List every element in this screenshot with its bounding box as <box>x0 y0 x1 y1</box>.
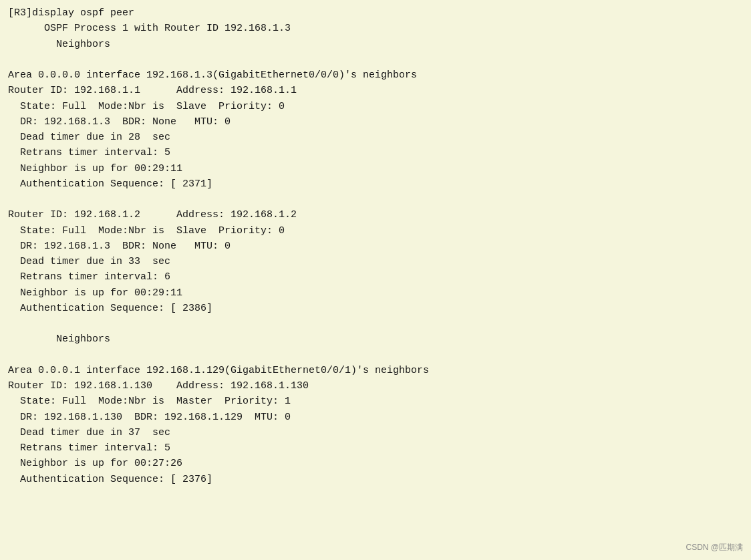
router1-auth-line: Authentication Sequence: [ 2371] <box>8 176 743 192</box>
process-line: OSPF Process 1 with Router ID 192.168.1.… <box>8 21 743 36</box>
router2-upfor-line: Neighbor is up for 00:29:11 <box>8 285 743 301</box>
empty-line-4 <box>8 347 743 363</box>
command-line: [R3]display ospf peer <box>8 5 743 21</box>
router2-retrans-line: Retrans timer interval: 6 <box>8 269 743 285</box>
router3-dead-line: Dead timer due in 37 sec <box>8 425 743 440</box>
area1-header: Area 0.0.0.0 interface 192.168.1.3(Gigab… <box>8 67 743 83</box>
router3-auth-line: Authentication Sequence: [ 2376] <box>8 472 743 487</box>
watermark: CSDN @匹期满 <box>686 542 743 553</box>
area2-header: Area 0.0.0.1 interface 192.168.1.129(Gig… <box>8 363 743 378</box>
neighbors-heading-2: Neighbors <box>8 331 743 347</box>
router3-dr-line: DR: 192.168.1.130 BDR: 192.168.1.129 MTU… <box>8 410 743 425</box>
router2-id-line: Router ID: 192.168.1.2 Address: 192.168.… <box>8 207 743 223</box>
router2-auth-line: Authentication Sequence: [ 2386] <box>8 301 743 316</box>
router2-state-line: State: Full Mode:Nbr is Slave Priority: … <box>8 223 743 239</box>
router3-id-line: Router ID: 192.168.1.130 Address: 192.16… <box>8 378 743 394</box>
neighbors-heading-1: Neighbors <box>8 37 743 52</box>
router3-upfor-line: Neighbor is up for 00:27:26 <box>8 456 743 471</box>
router3-state-line: State: Full Mode:Nbr is Master Priority:… <box>8 394 743 409</box>
router1-dead-line: Dead timer due in 28 sec <box>8 130 743 145</box>
router3-retrans-line: Retrans timer interval: 5 <box>8 440 743 456</box>
router1-dr-line: DR: 192.168.1.3 BDR: None MTU: 0 <box>8 114 743 130</box>
router1-upfor-line: Neighbor is up for 00:29:11 <box>8 161 743 176</box>
router2-dr-line: DR: 192.168.1.3 BDR: None MTU: 0 <box>8 239 743 254</box>
empty-line-2 <box>8 192 743 207</box>
empty-line-1 <box>8 52 743 67</box>
terminal-window: [R3]display ospf peer OSPF Process 1 wit… <box>0 0 751 560</box>
router1-id-line: Router ID: 192.168.1.1 Address: 192.168.… <box>8 83 743 98</box>
empty-line-3 <box>8 316 743 331</box>
router1-state-line: State: Full Mode:Nbr is Slave Priority: … <box>8 99 743 114</box>
router2-dead-line: Dead timer due in 33 sec <box>8 254 743 269</box>
router1-retrans-line: Retrans timer interval: 5 <box>8 145 743 160</box>
